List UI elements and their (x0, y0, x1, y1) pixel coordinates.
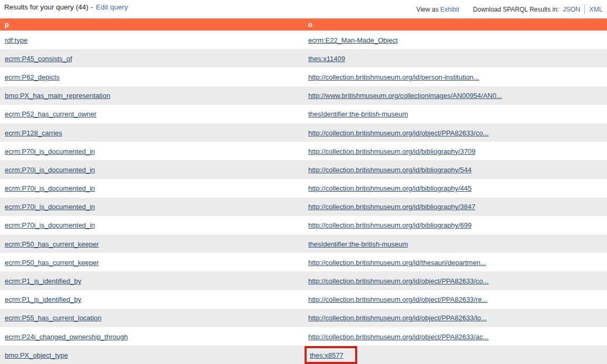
cell-o: http://collection.britishmuseum.org/id/b… (304, 146, 607, 156)
cell-o: http://collection.britishmuseum.org/id/b… (304, 202, 607, 211)
p-link[interactable]: bmo:PX_object_type (5, 351, 68, 359)
o-link[interactable]: thes:x11409 (308, 55, 345, 63)
o-link[interactable]: http://collection.britishmuseum.org/id/p… (308, 73, 479, 81)
p-link[interactable]: ecrm:P70i_is_documented_in (5, 203, 95, 211)
table-row: ecrm:P52_has_current_ownerthesIdentifier… (0, 105, 607, 123)
p-link[interactable]: ecrm:P1_is_identified_by (5, 277, 81, 285)
json-link[interactable]: JSON (563, 6, 580, 13)
p-link[interactable]: bmo:PX_has_main_representation (5, 92, 110, 100)
p-link[interactable]: ecrm:P70i_is_documented_in (5, 147, 95, 155)
cell-o: thesIdentifier:the-british-museum (304, 239, 607, 249)
cell-p: ecrm:P24i_changed_ownership_through (0, 332, 304, 341)
table-row: ecrm:P1_is_identified_byhttp://collectio… (0, 271, 607, 290)
p-link[interactable]: ecrm:P50_has_current_keeper (5, 240, 99, 248)
cell-o: http://collection.britishmuseum.org/id/o… (304, 276, 607, 286)
o-link[interactable]: thes:x8577 (310, 351, 344, 359)
cell-p: ecrm:P70i_is_documented_in (0, 146, 304, 156)
cell-o: http://collection.britishmuseum.org/id/b… (304, 165, 607, 174)
title-dash: - (91, 3, 93, 11)
cell-p: ecrm:P45_consists_of (0, 54, 304, 63)
highlight-box: thes:x8577 (305, 346, 357, 364)
table-row: ecrm:P62_depictshttp://collection.britis… (0, 67, 607, 86)
o-link[interactable]: thesIdentifier:the-british-museum (308, 110, 408, 118)
topbar: Results for your query (44)- Edit query … (0, 0, 607, 18)
p-link[interactable]: ecrm:P52_has_current_owner (5, 110, 96, 118)
cell-o: http://collection.britishmuseum.org/id/b… (304, 220, 607, 230)
cell-o: http://collection.britishmuseum.org/id/b… (304, 183, 607, 193)
cell-p: ecrm:P1_is_identified_by (0, 294, 304, 304)
table-row: ecrm:P70i_is_documented_inhttp://collect… (0, 216, 607, 234)
p-link[interactable]: ecrm:P70i_is_documented_in (5, 166, 95, 174)
p-link[interactable]: ecrm:P24i_changed_ownership_through (5, 333, 128, 341)
cell-p: ecrm:P70i_is_documented_in (0, 220, 304, 230)
cell-o: thes:x8577 (304, 346, 607, 364)
xml-link[interactable]: XML (589, 6, 603, 13)
table-row: ecrm:P70i_is_documented_inhttp://collect… (0, 142, 607, 160)
cell-o: ecrm:E22_Man-Made_Object (304, 35, 607, 45)
p-link[interactable]: ecrm:P70i_is_documented_in (5, 221, 95, 229)
o-link[interactable]: thesIdentifier:the-british-museum (308, 240, 408, 248)
cell-o: http://collection.britishmuseum.org/id/t… (304, 258, 607, 267)
table-row: rdf:typeecrm:E22_Man-Made_Object (0, 31, 607, 49)
table-header: p o (0, 18, 607, 31)
column-header-o: o (304, 21, 607, 28)
table-row: ecrm:P24i_changed_ownership_throughhttp:… (0, 327, 607, 346)
cell-o: http://collection.britishmuseum.org/id/o… (304, 294, 607, 304)
cell-o: http://collection.britishmuseum.org/id/o… (304, 128, 607, 137)
cell-p: ecrm:P62_depicts (0, 72, 304, 82)
cell-o: http://collection.britishmuseum.org/id/o… (304, 332, 607, 341)
cell-p: ecrm:P70i_is_documented_in (0, 202, 304, 211)
p-link[interactable]: ecrm:P70i_is_documented_in (5, 184, 95, 192)
o-link[interactable]: http://collection.britishmuseum.org/id/t… (308, 259, 486, 267)
cell-p: ecrm:P70i_is_documented_in (0, 183, 304, 193)
column-header-p: p (0, 21, 304, 28)
cell-p: ecrm:P1_is_identified_by (0, 276, 304, 286)
o-link[interactable]: http://collection.britishmuseum.org/id/o… (308, 296, 487, 303)
o-link[interactable]: http://collection.britishmuseum.org/id/o… (308, 333, 488, 341)
table-row: ecrm:P50_has_current_keeperthesIdentifie… (0, 234, 607, 253)
p-link[interactable]: ecrm:P128_carries (5, 129, 62, 137)
o-link[interactable]: http://collection.britishmuseum.org/id/b… (308, 184, 472, 192)
cell-o: http://collection.britishmuseum.org/id/p… (304, 72, 607, 82)
table-body: rdf:typeecrm:E22_Man-Made_Objectecrm:P45… (0, 31, 607, 364)
page-title-group: Results for your query (44)- Edit query (4, 3, 128, 11)
table-row: ecrm:P70i_is_documented_inhttp://collect… (0, 179, 607, 198)
table-row: ecrm:P70i_is_documented_inhttp://collect… (0, 160, 607, 179)
p-link[interactable]: ecrm:P45_consists_of (5, 55, 72, 63)
cell-p: ecrm:P55_has_current_location (0, 313, 304, 322)
o-link[interactable]: http://collection.britishmuseum.org/id/o… (308, 314, 487, 322)
cell-o: thesIdentifier:the-british-museum (304, 109, 607, 119)
cell-p: bmo:PX_object_type (0, 350, 304, 360)
o-link[interactable]: http://collection.britishmuseum.org/id/o… (308, 277, 488, 285)
cell-p: ecrm:P128_carries (0, 128, 304, 137)
edit-query-link[interactable]: Edit query (96, 3, 128, 11)
format-divider (584, 5, 585, 14)
p-link[interactable]: ecrm:P50_has_current_keeper (5, 259, 99, 267)
download-label: Download SPARQL Results in: (473, 6, 559, 13)
topbar-actions: View as Exhibit Download SPARQL Results … (416, 3, 603, 14)
p-link[interactable]: ecrm:P55_has_current_location (5, 314, 102, 322)
page-title: Results for your query (44) (4, 3, 89, 11)
o-link[interactable]: http://www.britishmuseum.org/collectioni… (308, 92, 502, 100)
table-row: ecrm:P128_carrieshttp://collection.briti… (0, 123, 607, 142)
o-link[interactable]: http://collection.britishmuseum.org/id/b… (308, 203, 475, 211)
sparql-results-page: { "header": { "title": "Results for your… (0, 0, 607, 364)
view-as-label: View as (416, 6, 438, 13)
p-link[interactable]: ecrm:P1_is_identified_by (5, 296, 81, 303)
p-link[interactable]: rdf:type (5, 36, 27, 44)
o-link[interactable]: ecrm:E22_Man-Made_Object (308, 36, 398, 44)
cell-p: ecrm:P52_has_current_owner (0, 109, 304, 119)
o-link[interactable]: http://collection.britishmuseum.org/id/b… (308, 221, 472, 229)
o-link[interactable]: http://collection.britishmuseum.org/id/o… (308, 129, 488, 137)
o-link[interactable]: http://collection.britishmuseum.org/id/b… (308, 166, 472, 174)
cell-o: http://www.britishmuseum.org/collectioni… (304, 91, 607, 100)
cell-p: bmo:PX_has_main_representation (0, 91, 304, 100)
view-as-group: View as Exhibit (416, 6, 459, 13)
cell-p: rdf:type (0, 35, 304, 45)
o-link[interactable]: http://collection.britishmuseum.org/id/b… (308, 147, 475, 155)
exhibit-link[interactable]: Exhibit (440, 6, 459, 13)
cell-o: http://collection.britishmuseum.org/id/o… (304, 313, 607, 322)
cell-p: ecrm:P50_has_current_keeper (0, 258, 304, 267)
table-row: ecrm:P70i_is_documented_inhttp://collect… (0, 198, 607, 216)
p-link[interactable]: ecrm:P62_depicts (5, 73, 60, 81)
